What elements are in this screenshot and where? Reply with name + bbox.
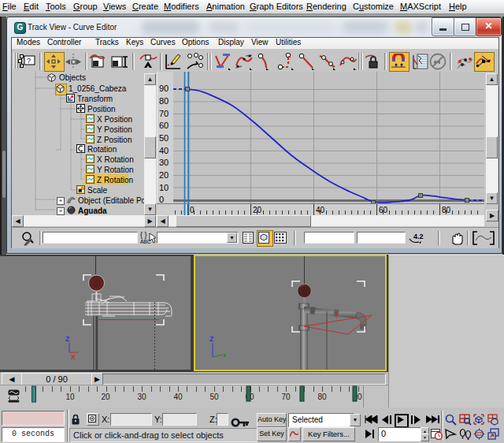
svg-text:10: 10 bbox=[65, 393, 75, 401]
svg-text:60: 60 bbox=[379, 206, 388, 214]
svg-text:50: 50 bbox=[209, 393, 219, 401]
svg-text:{ }: { } bbox=[140, 231, 147, 239]
svg-text:30: 30 bbox=[137, 393, 146, 401]
svg-text:40: 40 bbox=[316, 206, 325, 214]
svg-text:20: 20 bbox=[253, 206, 262, 214]
svg-text:x: x bbox=[223, 352, 227, 359]
svg-text:40: 40 bbox=[173, 393, 183, 401]
svg-text:?: ? bbox=[27, 57, 31, 65]
svg-text:Z: Z bbox=[209, 335, 214, 343]
svg-text:Z: Z bbox=[65, 335, 70, 343]
svg-text:80: 80 bbox=[317, 393, 327, 401]
svg-text:20: 20 bbox=[101, 393, 110, 401]
svg-text:X: X bbox=[71, 353, 76, 361]
svg-text:70: 70 bbox=[281, 393, 291, 401]
svg-text:0: 0 bbox=[190, 206, 195, 214]
svg-text:4.2: 4.2 bbox=[413, 233, 424, 240]
svg-text:80: 80 bbox=[442, 206, 451, 214]
